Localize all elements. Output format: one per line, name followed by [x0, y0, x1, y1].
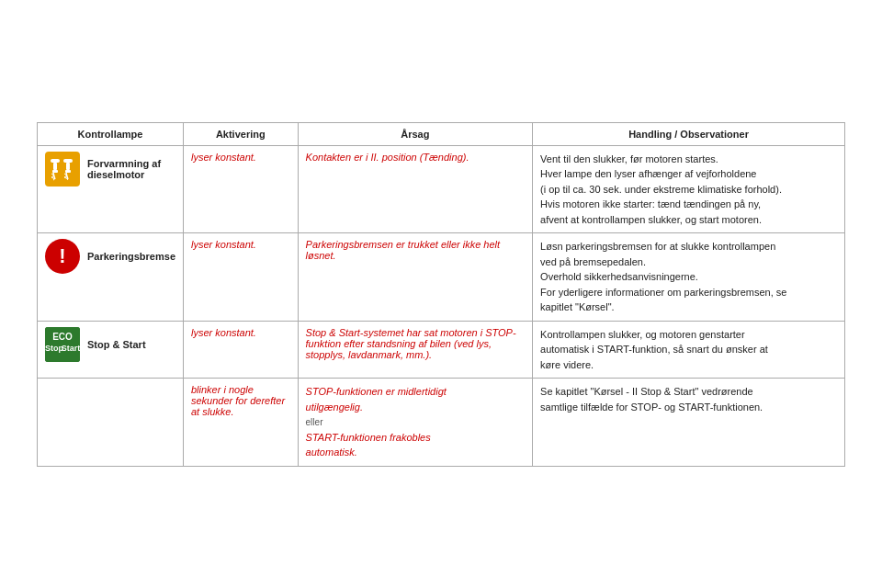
cause-cell-2: Parkeringsbremsen er trukket eller ikke … [298, 233, 533, 322]
table-row: ! Parkeringsbremse lyser konstant. Parke… [38, 233, 845, 322]
table-row: blinker i nogle sekunder for derefter at… [38, 379, 845, 467]
action-cell-1: Vent til den slukker, før motoren starte… [533, 145, 845, 233]
svg-rect-5 [65, 170, 71, 173]
action-text-1: Vent til den slukker, før motoren starte… [540, 152, 837, 228]
header-activation: Aktivering [184, 122, 299, 145]
lamp-cell-eco-2 [38, 379, 184, 467]
parkbrake-icon: ! [45, 239, 80, 274]
lamp-name-parkbrake: Parkeringsbremse [87, 251, 175, 262]
lamp-cell-eco: ECO Stop Start Stop & Start [38, 321, 184, 379]
table-row: ECO Stop Start Stop & Start lyser konsta… [38, 321, 845, 379]
main-table: Kontrollampe Aktivering Årsag Handling /… [37, 122, 845, 467]
activation-text-4: blinker i nogle sekunder for derefter at… [191, 384, 285, 417]
table-row: Forvarmning af dieselmotor lyser konstan… [38, 145, 845, 233]
activation-text-2: lyser konstant. [191, 239, 256, 250]
svg-text:Start: Start [62, 344, 80, 353]
svg-text:ECO: ECO [52, 332, 73, 342]
cause-cell-3: Stop & Start-systemet har sat motoren i … [298, 321, 533, 379]
lamp-cell-parkbrake: ! Parkeringsbremse [38, 233, 184, 322]
svg-text:!: ! [59, 244, 65, 267]
svg-rect-2 [52, 170, 58, 173]
glowplug-svg [47, 153, 78, 185]
activation-cell-1: lyser konstant. [184, 145, 299, 233]
activation-cell-4: blinker i nogle sekunder for derefter at… [184, 379, 299, 467]
action-text-3: Kontrollampen slukker, og motoren gensta… [540, 327, 837, 373]
cause-text-4: STOP-funktionen er midlertidigt utilgæng… [306, 384, 526, 460]
parkbrake-icon-shape: ! [45, 239, 80, 274]
lamp-cell-glowplug: Forvarmning af dieselmotor [38, 145, 184, 233]
svg-rect-0 [51, 159, 60, 163]
header-cause: Årsag [298, 122, 533, 145]
svg-rect-3 [63, 159, 73, 163]
action-text-2: Løsn parkeringsbremsen for at slukke kon… [540, 239, 837, 315]
action-text-4: Se kapitlet "Kørsel - II Stop & Start" v… [540, 384, 837, 414]
lamp-name-glowplug: Forvarmning af dieselmotor [87, 158, 175, 180]
svg-rect-1 [53, 163, 57, 170]
parkbrake-svg: ! [45, 239, 80, 274]
action-cell-2: Løsn parkeringsbremsen for at slukke kon… [533, 233, 845, 322]
eco-icon: ECO Stop Start [45, 327, 80, 362]
header-action: Handling / Observationer [533, 122, 845, 145]
cause-cell-4: STOP-funktionen er midlertidigt utilgæng… [298, 379, 533, 467]
header-lamp: Kontrollampe [38, 122, 184, 145]
cause-text-3: Stop & Start-systemet har sat motoren i … [306, 327, 516, 360]
table-header-row: Kontrollampe Aktivering Årsag Handling /… [38, 122, 845, 145]
cause-cell-1: Kontakten er i II. position (Tænding). [298, 145, 533, 233]
activation-text-1: lyser konstant. [191, 152, 256, 163]
lamp-name-eco: Stop & Start [87, 339, 146, 350]
page-wrapper: Kontrollampe Aktivering Årsag Handling /… [37, 122, 845, 467]
glowplug-icon-shape [45, 152, 80, 187]
cause-text-1: Kontakten er i II. position (Tænding). [306, 152, 469, 163]
action-cell-4: Se kapitlet "Kørsel - II Stop & Start" v… [533, 379, 845, 467]
eco-icon-shape: ECO Stop Start [45, 327, 80, 362]
activation-text-3: lyser konstant. [191, 327, 256, 338]
action-cell-3: Kontrollampen slukker, og motoren gensta… [533, 321, 845, 379]
activation-cell-2: lyser konstant. [184, 233, 299, 322]
svg-rect-4 [66, 163, 70, 170]
cause-text-2: Parkeringsbremsen er trukket eller ikke … [306, 239, 501, 261]
activation-cell-3: lyser konstant. [184, 321, 299, 379]
glowplug-icon [45, 152, 80, 187]
eco-svg: ECO Stop Start [45, 327, 80, 362]
